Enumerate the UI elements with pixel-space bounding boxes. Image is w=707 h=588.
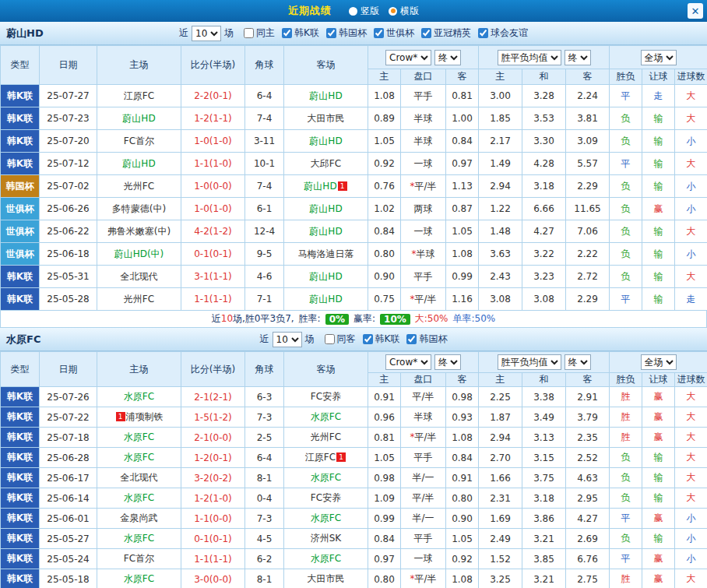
- europe-draw-odds: 6.66: [522, 198, 566, 220]
- team-name: 蔚山HD: [122, 113, 155, 124]
- europe-away-odds: 3.81: [566, 107, 610, 130]
- win-rate-badge: 0%: [325, 314, 349, 325]
- asia-home-odds: 0.84: [368, 220, 401, 243]
- team-name: 蔚山HD: [309, 294, 342, 305]
- asia-home-odds: 0.99: [368, 509, 401, 529]
- europe-draw-odds: 3.38: [522, 387, 566, 407]
- filter-checkbox[interactable]: [363, 334, 373, 344]
- result-goals: 小: [675, 549, 707, 569]
- filter-球会友谊[interactable]: 球会友谊: [478, 26, 528, 40]
- layout-radio-horizontal[interactable]: 横版: [389, 5, 419, 18]
- score-cell: 1-0(1-0): [181, 130, 245, 153]
- filter-checkbox[interactable]: [325, 334, 335, 344]
- filter-韩K联[interactable]: 韩K联: [282, 26, 319, 40]
- filter-checkbox[interactable]: [406, 334, 417, 344]
- asia-home-odds: 0.81: [368, 428, 401, 448]
- filter-韩国杯[interactable]: 韩国杯: [326, 26, 367, 40]
- europe-away-odds: 4.27: [566, 509, 610, 529]
- asia-stage-select[interactable]: 终: [434, 354, 461, 370]
- europe-draw-odds: 3.15: [522, 448, 566, 468]
- home-team-cell: 多特蒙德(中): [97, 198, 181, 220]
- europe-draw-odds: 3.53: [522, 107, 566, 130]
- date-cell: 25-06-26: [40, 198, 97, 220]
- col-home: 主场: [97, 46, 181, 85]
- filter-checkbox[interactable]: [421, 28, 431, 38]
- europe-source-select[interactable]: 胜平负均值: [498, 50, 561, 65]
- match-count-select[interactable]: 10: [273, 332, 302, 347]
- asia-source-select[interactable]: Crow*: [385, 50, 431, 65]
- away-team-cell: 济州SK: [284, 529, 368, 549]
- filter-世俱杯[interactable]: 世俱杯: [374, 26, 414, 40]
- filter-韩国杯[interactable]: 韩国杯: [406, 333, 447, 346]
- team-name: 全北现代: [121, 271, 158, 282]
- match-row: 韩K联25-07-221浦项制铁1-5(1-2)7-3水原FC0.96半球0.9…: [1, 407, 707, 428]
- col-date: 日期: [40, 46, 97, 85]
- filter-亚冠精英[interactable]: 亚冠精英: [421, 26, 471, 40]
- result-wdl: 平: [610, 509, 642, 529]
- result-handicap: 输: [642, 468, 675, 488]
- match-row: 韩K联25-07-18水原FC2-1(0-0)2-5光州FC0.81*平/半1.…: [1, 428, 707, 448]
- result-wdl: 胜: [610, 569, 642, 588]
- filter-同客[interactable]: 同客: [325, 333, 356, 346]
- filter-韩K联[interactable]: 韩K联: [363, 333, 400, 346]
- europe-stage-select[interactable]: 终: [565, 50, 591, 65]
- match-count-select[interactable]: 10: [192, 26, 221, 41]
- filter-label: 世俱杯: [386, 26, 414, 40]
- match-row: 世俱杯25-06-22弗鲁米嫩塞(中)4-2(1-2)12-4蔚山HD0.84一…: [1, 220, 707, 243]
- result-wdl: 负: [610, 468, 642, 488]
- europe-draw-odds: 3.23: [522, 266, 566, 288]
- corner-cell: 6-1: [245, 198, 284, 220]
- asia-away-odds: 1.08: [446, 569, 479, 588]
- filter-checkbox[interactable]: [326, 28, 336, 38]
- result-wdl: 胜: [610, 387, 642, 407]
- europe-away-odds: 2.24: [566, 85, 610, 107]
- result-goals: 大: [675, 266, 707, 288]
- asia-odds-group: Crow* 终: [368, 46, 479, 69]
- score-cell: 2-1(0-0): [181, 428, 245, 448]
- filter-checkbox[interactable]: [374, 28, 384, 38]
- asia-away-odds: 0.84: [446, 130, 479, 153]
- close-icon[interactable]: ✕: [688, 3, 703, 19]
- scope-select[interactable]: 全场: [641, 354, 677, 370]
- result-handicap: 输: [642, 266, 675, 288]
- home-team-cell: 金泉尚武: [97, 509, 181, 529]
- league-cell: 韩K联: [1, 153, 40, 175]
- date-cell: 25-05-31: [40, 266, 97, 288]
- corner-cell: 8-1: [245, 468, 284, 488]
- date-cell: 25-07-02: [40, 175, 97, 198]
- europe-draw-odds: 3.21: [522, 569, 566, 588]
- league-cell: 世俱杯: [1, 198, 40, 220]
- filter-checkbox[interactable]: [478, 28, 488, 38]
- titlebar: 近期战绩 竖版 横版 ✕: [0, 0, 707, 22]
- corner-cell: 6-3: [245, 387, 284, 407]
- home-team-cell: 全北现代: [97, 266, 181, 288]
- layout-radio-vertical[interactable]: 竖版: [349, 5, 379, 18]
- handicap-cell: 两球: [401, 198, 446, 220]
- asia-stage-select[interactable]: 终: [434, 50, 461, 65]
- europe-home-odds: 1.49: [479, 153, 522, 175]
- filter-checkbox[interactable]: [282, 28, 292, 38]
- team-name: 蔚山HD(中): [114, 248, 164, 259]
- away-team-cell: FC安养: [284, 387, 368, 407]
- filter-checkbox[interactable]: [244, 28, 254, 38]
- asia-source-select[interactable]: Crow*: [385, 354, 431, 370]
- score-cell: 3-1(1-1): [181, 266, 245, 288]
- col-asia-home: 主: [368, 373, 401, 387]
- result-handicap: 赢: [642, 549, 675, 569]
- result-wdl: 负: [610, 266, 642, 288]
- europe-source-select[interactable]: 胜平负均值: [498, 354, 561, 370]
- filter-同主[interactable]: 同主: [244, 26, 275, 40]
- result-wdl: 平: [610, 288, 642, 311]
- match-row: 韩K联25-06-17全北现代3-2(0-2)8-1水原FC0.98半/一0.9…: [1, 468, 707, 488]
- date-cell: 25-07-23: [40, 107, 97, 130]
- home-team-cell: 水原FC: [97, 428, 181, 448]
- team-section-1: 蔚山HD 近 10 场 同主韩K联韩国杯世俱杯亚冠精英球会友谊 类型 日期 主场…: [0, 22, 707, 328]
- asia-home-odds: 0.80: [368, 569, 401, 588]
- europe-away-odds: 2.29: [566, 288, 610, 311]
- scope-select[interactable]: 全场: [641, 50, 677, 65]
- home-team-cell: FC首尔: [97, 549, 181, 569]
- match-row: 世俱杯25-06-18蔚山HD(中)0-1(0-1)9-5马梅洛迪日落0.80*…: [1, 243, 707, 266]
- score-cell: 0-1(0-1): [181, 529, 245, 549]
- col-result-handicap: 让球: [642, 69, 675, 85]
- europe-stage-select[interactable]: 终: [565, 354, 591, 370]
